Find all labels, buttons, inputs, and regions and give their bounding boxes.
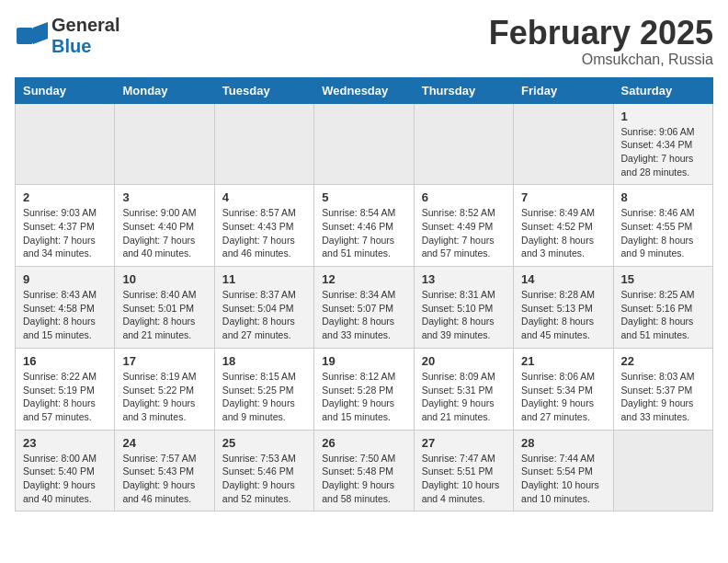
calendar-cell-w4-d5: 20Sunrise: 8:09 AMSunset: 5:31 PMDayligh… xyxy=(414,348,513,430)
day-number: 12 xyxy=(322,272,405,286)
day-detail: Sunrise: 8:43 AMSunset: 4:58 PMDaylight:… xyxy=(23,288,107,342)
calendar-cell-w2-d6: 7Sunrise: 8:49 AMSunset: 4:52 PMDaylight… xyxy=(514,185,613,267)
day-number: 10 xyxy=(122,272,206,286)
calendar-cell-w4-d1: 16Sunrise: 8:22 AMSunset: 5:19 PMDayligh… xyxy=(16,348,115,430)
calendar-title: February 2025 xyxy=(489,15,713,52)
title-section: February 2025 Omsukchan, Russia xyxy=(489,15,713,68)
day-detail: Sunrise: 7:50 AMSunset: 5:48 PMDaylight:… xyxy=(322,452,405,506)
day-detail: Sunrise: 9:00 AMSunset: 4:40 PMDaylight:… xyxy=(122,206,206,260)
day-number: 13 xyxy=(422,272,506,286)
day-detail: Sunrise: 8:12 AMSunset: 5:28 PMDaylight:… xyxy=(322,370,405,424)
calendar-cell-w1-d5 xyxy=(414,103,513,185)
day-detail: Sunrise: 8:25 AMSunset: 5:16 PMDaylight:… xyxy=(621,288,705,342)
calendar-week-3: 9Sunrise: 8:43 AMSunset: 4:58 PMDaylight… xyxy=(16,267,713,349)
calendar-cell-w2-d2: 3Sunrise: 9:00 AMSunset: 4:40 PMDaylight… xyxy=(115,185,214,267)
col-thursday: Thursday xyxy=(414,77,513,103)
calendar-header-row: Sunday Monday Tuesday Wednesday Thursday… xyxy=(16,77,713,103)
day-detail: Sunrise: 8:09 AMSunset: 5:31 PMDaylight:… xyxy=(422,370,506,424)
day-detail: Sunrise: 8:06 AMSunset: 5:34 PMDaylight:… xyxy=(521,370,605,424)
day-number: 26 xyxy=(322,436,405,450)
calendar-cell-w3-d7: 15Sunrise: 8:25 AMSunset: 5:16 PMDayligh… xyxy=(613,267,712,349)
day-number: 23 xyxy=(23,436,107,450)
day-number: 19 xyxy=(322,354,405,368)
calendar-cell-w5-d4: 26Sunrise: 7:50 AMSunset: 5:48 PMDayligh… xyxy=(314,430,414,511)
day-number: 16 xyxy=(23,354,107,368)
calendar-cell-w5-d3: 25Sunrise: 7:53 AMSunset: 5:46 PMDayligh… xyxy=(214,430,313,511)
calendar-cell-w2-d5: 6Sunrise: 8:52 AMSunset: 4:49 PMDaylight… xyxy=(414,185,513,267)
day-detail: Sunrise: 7:44 AMSunset: 5:54 PMDaylight:… xyxy=(521,452,605,506)
calendar-cell-w3-d3: 11Sunrise: 8:37 AMSunset: 5:04 PMDayligh… xyxy=(214,267,313,349)
day-number: 6 xyxy=(422,190,506,204)
col-saturday: Saturday xyxy=(613,77,712,103)
day-detail: Sunrise: 8:34 AMSunset: 5:07 PMDaylight:… xyxy=(322,288,405,342)
day-detail: Sunrise: 7:57 AMSunset: 5:43 PMDaylight:… xyxy=(122,452,206,506)
day-detail: Sunrise: 7:47 AMSunset: 5:51 PMDaylight:… xyxy=(422,452,506,506)
calendar-cell-w1-d6 xyxy=(514,103,613,185)
header: General Blue February 2025 Omsukchan, Ru… xyxy=(15,15,713,68)
day-number: 9 xyxy=(23,272,107,286)
calendar-cell-w1-d4 xyxy=(314,103,414,185)
day-detail: Sunrise: 8:31 AMSunset: 5:10 PMDaylight:… xyxy=(422,288,506,342)
day-detail: Sunrise: 9:06 AMSunset: 4:34 PMDaylight:… xyxy=(621,125,705,179)
calendar-cell-w2-d1: 2Sunrise: 9:03 AMSunset: 4:37 PMDaylight… xyxy=(16,185,115,267)
calendar-cell-w3-d4: 12Sunrise: 8:34 AMSunset: 5:07 PMDayligh… xyxy=(314,267,414,349)
day-number: 22 xyxy=(621,354,705,368)
calendar-cell-w5-d1: 23Sunrise: 8:00 AMSunset: 5:40 PMDayligh… xyxy=(16,430,115,511)
calendar-week-4: 16Sunrise: 8:22 AMSunset: 5:19 PMDayligh… xyxy=(16,348,713,430)
day-number: 4 xyxy=(222,190,306,204)
day-detail: Sunrise: 8:19 AMSunset: 5:22 PMDaylight:… xyxy=(122,370,206,424)
calendar-cell-w4-d7: 22Sunrise: 8:03 AMSunset: 5:37 PMDayligh… xyxy=(613,348,712,430)
calendar-cell-w5-d5: 27Sunrise: 7:47 AMSunset: 5:51 PMDayligh… xyxy=(414,430,513,511)
day-number: 20 xyxy=(422,354,506,368)
day-detail: Sunrise: 8:52 AMSunset: 4:49 PMDaylight:… xyxy=(422,206,506,260)
day-number: 7 xyxy=(521,190,605,204)
svg-marker-1 xyxy=(33,22,48,44)
day-detail: Sunrise: 8:22 AMSunset: 5:19 PMDaylight:… xyxy=(23,370,107,424)
calendar-cell-w1-d3 xyxy=(214,103,313,185)
calendar-cell-w5-d2: 24Sunrise: 7:57 AMSunset: 5:43 PMDayligh… xyxy=(115,430,214,511)
day-detail: Sunrise: 8:46 AMSunset: 4:55 PMDaylight:… xyxy=(621,206,705,260)
logo-icon xyxy=(15,22,48,50)
calendar-week-2: 2Sunrise: 9:03 AMSunset: 4:37 PMDaylight… xyxy=(16,185,713,267)
calendar-cell-w4-d3: 18Sunrise: 8:15 AMSunset: 5:25 PMDayligh… xyxy=(214,348,313,430)
calendar-cell-w3-d6: 14Sunrise: 8:28 AMSunset: 5:13 PMDayligh… xyxy=(514,267,613,349)
calendar-cell-w3-d1: 9Sunrise: 8:43 AMSunset: 4:58 PMDaylight… xyxy=(16,267,115,349)
day-detail: Sunrise: 8:03 AMSunset: 5:37 PMDaylight:… xyxy=(621,370,705,424)
col-tuesday: Tuesday xyxy=(214,77,313,103)
day-detail: Sunrise: 8:40 AMSunset: 5:01 PMDaylight:… xyxy=(122,288,206,342)
day-number: 14 xyxy=(521,272,605,286)
col-wednesday: Wednesday xyxy=(314,77,414,103)
day-number: 18 xyxy=(222,354,306,368)
day-number: 5 xyxy=(322,190,405,204)
calendar-cell-w1-d7: 1Sunrise: 9:06 AMSunset: 4:34 PMDaylight… xyxy=(613,103,712,185)
calendar-cell-w1-d1 xyxy=(16,103,115,185)
day-detail: Sunrise: 7:53 AMSunset: 5:46 PMDaylight:… xyxy=(222,452,306,506)
calendar-cell-w3-d5: 13Sunrise: 8:31 AMSunset: 5:10 PMDayligh… xyxy=(414,267,513,349)
day-detail: Sunrise: 8:54 AMSunset: 4:46 PMDaylight:… xyxy=(322,206,405,260)
day-number: 27 xyxy=(422,436,506,450)
calendar-cell-w2-d4: 5Sunrise: 8:54 AMSunset: 4:46 PMDaylight… xyxy=(314,185,414,267)
day-number: 21 xyxy=(521,354,605,368)
calendar-cell-w4-d6: 21Sunrise: 8:06 AMSunset: 5:34 PMDayligh… xyxy=(514,348,613,430)
col-monday: Monday xyxy=(115,77,214,103)
day-number: 2 xyxy=(23,190,107,204)
calendar-cell-w2-d7: 8Sunrise: 8:46 AMSunset: 4:55 PMDaylight… xyxy=(613,185,712,267)
day-detail: Sunrise: 8:15 AMSunset: 5:25 PMDaylight:… xyxy=(222,370,306,424)
day-detail: Sunrise: 8:57 AMSunset: 4:43 PMDaylight:… xyxy=(222,206,306,260)
calendar-cell-w3-d2: 10Sunrise: 8:40 AMSunset: 5:01 PMDayligh… xyxy=(115,267,214,349)
day-number: 1 xyxy=(621,109,705,123)
calendar-cell-w5-d7 xyxy=(613,430,712,511)
svg-rect-0 xyxy=(17,28,33,44)
col-sunday: Sunday xyxy=(16,77,115,103)
day-number: 17 xyxy=(122,354,206,368)
day-number: 28 xyxy=(521,436,605,450)
day-number: 25 xyxy=(222,436,306,450)
calendar-subtitle: Omsukchan, Russia xyxy=(489,52,713,68)
calendar-cell-w2-d3: 4Sunrise: 8:57 AMSunset: 4:43 PMDaylight… xyxy=(214,185,313,267)
day-detail: Sunrise: 8:49 AMSunset: 4:52 PMDaylight:… xyxy=(521,206,605,260)
day-detail: Sunrise: 8:37 AMSunset: 5:04 PMDaylight:… xyxy=(222,288,306,342)
calendar-cell-w4-d4: 19Sunrise: 8:12 AMSunset: 5:28 PMDayligh… xyxy=(314,348,414,430)
day-number: 8 xyxy=(621,190,705,204)
logo: General Blue xyxy=(15,15,119,57)
logo-general: General xyxy=(51,15,119,35)
